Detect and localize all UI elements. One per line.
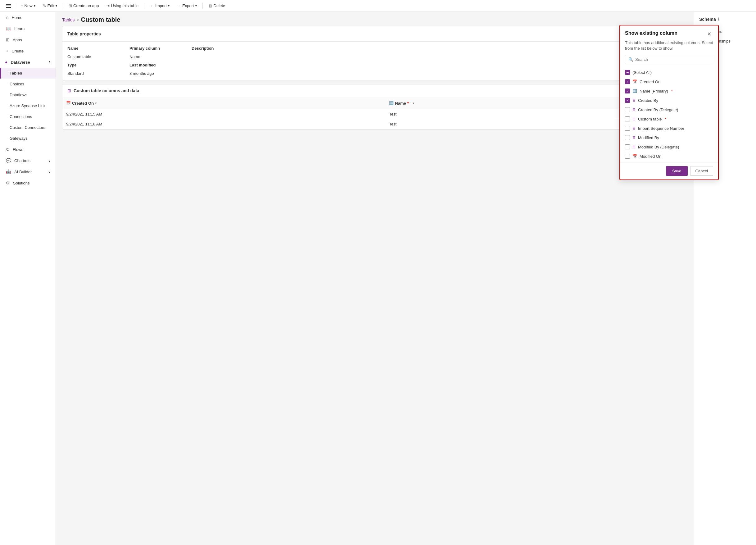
search-icon: 🔍 bbox=[628, 57, 633, 62]
col-lookup-icon3: ⊞ bbox=[632, 135, 636, 140]
dialog-title: Show existing column bbox=[625, 30, 677, 36]
dialog-description: This table has additional existing colum… bbox=[620, 40, 718, 55]
list-item[interactable]: ⊞ Modified By bbox=[620, 133, 718, 142]
created-on-checkbox[interactable]: ✓ bbox=[625, 79, 630, 84]
created-by-checkbox[interactable]: ✓ bbox=[625, 98, 630, 103]
col-lookup-icon1: ⊞ bbox=[632, 98, 636, 102]
list-item[interactable]: ✓ ⊞ Created By bbox=[620, 96, 718, 105]
col-text-icon: 🔤 bbox=[632, 89, 637, 93]
show-existing-column-dialog: Show existing column ✕ This table has ad… bbox=[619, 25, 719, 180]
list-item[interactable]: ⊞ Import Sequence Number bbox=[620, 124, 718, 133]
modified-by-delegate-checkbox[interactable] bbox=[625, 144, 630, 149]
col-num-icon: ⊞ bbox=[632, 126, 636, 130]
list-item[interactable]: 📅 Modified On bbox=[620, 152, 718, 161]
column-list-container: − (Select All) ✓ 📅 Created On ✓ 🔤 Name (… bbox=[620, 66, 718, 162]
select-all-checkbox[interactable]: − bbox=[625, 70, 630, 75]
dialog-header: Show existing column ✕ bbox=[620, 25, 718, 40]
custom-table-checkbox[interactable] bbox=[625, 116, 630, 121]
column-list: − (Select All) ✓ 📅 Created On ✓ 🔤 Name (… bbox=[620, 66, 718, 162]
import-seq-checkbox[interactable] bbox=[625, 126, 630, 131]
col-date-icon: 📅 bbox=[632, 79, 637, 84]
dialog-close-button[interactable]: ✕ bbox=[705, 30, 713, 38]
modal-overlay: Show existing column ✕ This table has ad… bbox=[0, 0, 756, 545]
created-by-delegate-checkbox[interactable] bbox=[625, 107, 630, 112]
list-item[interactable]: ⊞ Created By (Delegate) bbox=[620, 105, 718, 114]
list-item[interactable]: ✓ 🔤 Name (Primary) * bbox=[620, 86, 718, 96]
name-primary-checkbox[interactable]: ✓ bbox=[625, 89, 630, 93]
list-item[interactable]: ⊞ Modified By (Delegate) bbox=[620, 142, 718, 152]
list-item[interactable]: ✓ 📅 Created On bbox=[620, 77, 718, 86]
dialog-search-container: 🔍 bbox=[625, 55, 713, 64]
modified-on-checkbox[interactable] bbox=[625, 154, 630, 159]
dialog-footer: Save Cancel bbox=[620, 162, 718, 179]
col-table-icon: ⊟ bbox=[632, 117, 636, 121]
name-required-star: * bbox=[671, 89, 673, 93]
custom-table-required-star: * bbox=[665, 117, 667, 121]
col-lookup-icon2: ⊞ bbox=[632, 107, 636, 112]
col-lookup-icon4: ⊞ bbox=[632, 145, 636, 149]
dialog-save-button[interactable]: Save bbox=[666, 166, 688, 176]
dialog-cancel-button[interactable]: Cancel bbox=[690, 166, 713, 176]
list-item[interactable]: ⊟ Custom table * bbox=[620, 114, 718, 124]
list-item[interactable]: − (Select All) bbox=[620, 68, 718, 77]
modified-by-checkbox[interactable] bbox=[625, 135, 630, 140]
dialog-search-input[interactable] bbox=[635, 57, 710, 62]
col-date-icon2: 📅 bbox=[632, 154, 637, 158]
